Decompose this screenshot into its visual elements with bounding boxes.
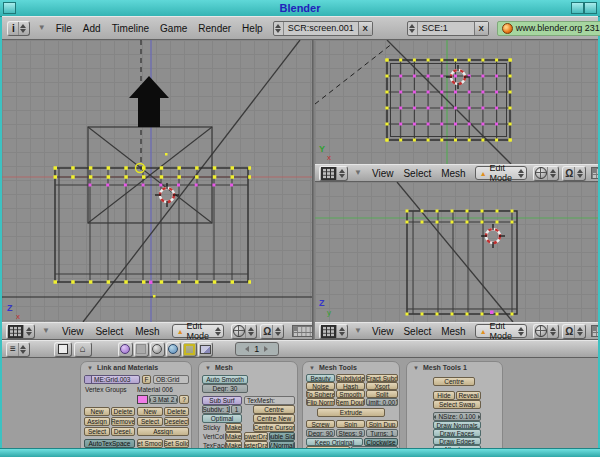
home-button[interactable]: ⌂ xyxy=(74,342,92,357)
layer-buttons[interactable] xyxy=(591,167,598,179)
screen-selector-value[interactable]: SCR:screen.001 xyxy=(284,22,358,35)
layer-grid-1[interactable] xyxy=(292,325,312,337)
blender-org-link[interactable]: www.blender.org 231 xyxy=(516,23,600,33)
material-index-spinner[interactable]: 3 Mat 2 xyxy=(149,395,178,404)
select-swap-button[interactable]: Select Swap xyxy=(433,400,481,409)
subdiv-spinner[interactable]: Subdiv: 1 xyxy=(202,405,230,414)
close-window-icon[interactable] xyxy=(584,2,597,14)
collapse-triangle-icon[interactable]: ▼ xyxy=(413,365,419,371)
screen-selector[interactable]: SCR:screen.001 X xyxy=(273,21,373,36)
mode-stepper[interactable] xyxy=(215,325,221,337)
pivot-stepper[interactable] xyxy=(574,167,584,180)
vgroup-new-button[interactable]: New xyxy=(84,407,110,416)
mesh-datablock-field[interactable]: ME:Grid.003 xyxy=(84,375,140,384)
title-bar[interactable]: Blender xyxy=(0,0,600,17)
scene-selector-stepper[interactable] xyxy=(408,22,418,35)
set-smooth-button[interactable]: Set Smooth xyxy=(137,439,163,448)
viewport-type-stepper[interactable] xyxy=(23,325,33,338)
collapse-triangle-icon[interactable]: ▼ xyxy=(87,365,93,371)
menu-select[interactable]: Select xyxy=(95,326,123,337)
vgroup-remove-button[interactable]: Remove xyxy=(111,417,135,426)
menu-timeline[interactable]: Timeline xyxy=(112,23,149,34)
draw-type-button[interactable] xyxy=(231,324,257,339)
viewport-front[interactable]: Z x xyxy=(2,40,312,322)
frame-forward-icon[interactable] xyxy=(264,346,271,352)
to-sphere-button[interactable]: To Sphere xyxy=(306,390,335,398)
layer-grid-1[interactable] xyxy=(591,325,598,337)
draw-edges-toggle[interactable]: Draw Edges xyxy=(433,437,481,445)
object-name-field[interactable]: OB:Grid xyxy=(153,375,189,384)
vgroup-delete-button[interactable]: Delete xyxy=(111,407,135,416)
draw-type-stepper[interactable] xyxy=(245,325,255,338)
screen-delete-button[interactable]: X xyxy=(358,22,372,35)
menu-mesh[interactable]: Mesh xyxy=(441,326,465,337)
menu-mesh[interactable]: Mesh xyxy=(441,168,465,179)
vgroup-assign-button[interactable]: Assign xyxy=(84,417,110,426)
viewport-type-stepper[interactable] xyxy=(336,325,346,338)
vgroup-deselect-button[interactable]: Desel. xyxy=(111,427,135,436)
menu-select[interactable]: Select xyxy=(403,326,431,337)
material-buttons-button[interactable] xyxy=(150,342,165,357)
hide-button[interactable]: Hide xyxy=(433,391,455,400)
texmesh-field[interactable]: TexMesh: xyxy=(244,396,295,405)
pivot-button[interactable]: Ω xyxy=(260,324,284,339)
centre-button[interactable]: Centre xyxy=(253,405,295,414)
menu-mesh[interactable]: Mesh xyxy=(135,326,159,337)
keep-original-toggle[interactable]: Keep Original xyxy=(306,438,363,446)
clockwise-toggle[interactable]: Clockwise xyxy=(364,438,398,446)
draw-type-stepper[interactable] xyxy=(547,325,557,338)
centre-button[interactable]: Centre xyxy=(433,377,475,386)
fake-user-button[interactable]: F xyxy=(142,375,151,384)
viewport-type-button[interactable] xyxy=(6,324,35,339)
viewport-top[interactable]: Y x xyxy=(315,40,598,164)
autotexspace-toggle[interactable]: AutoTexSpace xyxy=(84,439,135,448)
split-button[interactable]: Split xyxy=(366,390,398,398)
menu-view[interactable]: View xyxy=(372,168,394,179)
set-solid-button[interactable]: Set Solid xyxy=(164,439,189,448)
maximize-icon[interactable] xyxy=(571,2,584,14)
panel-header[interactable]: ▼ Link and Materials xyxy=(81,362,191,373)
centre-new-button[interactable]: Centre New xyxy=(253,414,295,423)
screen-selector-stepper[interactable] xyxy=(274,22,284,35)
nsize-spinner[interactable]: NSize: 0.100 xyxy=(433,412,481,421)
limit-spinner[interactable]: Limit: 0.001 xyxy=(366,398,398,406)
double-sided-toggle[interactable]: Double Sided xyxy=(269,432,295,441)
material-new-button[interactable]: New xyxy=(137,407,163,416)
subsurf-toggle[interactable]: Sub Surf xyxy=(202,396,242,405)
degr90-spinner[interactable]: Degr: 90 xyxy=(306,429,335,437)
active-layer[interactable] xyxy=(592,326,596,331)
mode-dropdown[interactable]: ▲ Edit Mode xyxy=(475,324,527,338)
collapse-triangle-icon[interactable]: ▼ xyxy=(205,365,211,371)
fract-subd-button[interactable]: Fract Subd xyxy=(366,374,398,382)
viewport-type-stepper[interactable] xyxy=(336,167,346,180)
hash-button[interactable]: Hash xyxy=(336,382,365,390)
collapse-triangle-icon[interactable]: ▼ xyxy=(354,327,362,335)
draw-type-stepper[interactable] xyxy=(547,167,557,180)
edit-buttons-button[interactable] xyxy=(182,342,197,357)
scene-selector-value[interactable]: SCE:1 xyxy=(418,22,474,35)
spin-button[interactable]: Spin xyxy=(336,420,365,428)
pivot-stepper[interactable] xyxy=(272,325,282,338)
menu-game[interactable]: Game xyxy=(160,23,187,34)
menu-view[interactable]: View xyxy=(62,326,84,337)
question-button[interactable]: ? xyxy=(179,395,189,404)
world-buttons-button[interactable] xyxy=(166,342,181,357)
menu-help[interactable]: Help xyxy=(242,23,263,34)
material-color-swatch[interactable] xyxy=(137,395,148,404)
beauty-toggle[interactable]: Beauty xyxy=(306,374,335,382)
window-type-stepper[interactable] xyxy=(18,22,28,35)
menu-select[interactable]: Select xyxy=(403,168,431,179)
pivot-button[interactable]: Ω xyxy=(562,166,586,181)
panel-header[interactable]: ▼ Mesh xyxy=(199,362,297,373)
viewport-type-button[interactable] xyxy=(319,166,348,181)
material-assign-button[interactable]: Assign xyxy=(137,427,189,436)
turns-spinner[interactable]: Turns: 1 xyxy=(366,429,398,437)
viewport-type-button[interactable] xyxy=(319,324,348,339)
window-type-button[interactable]: i xyxy=(7,21,30,36)
screw-button[interactable]: Screw xyxy=(306,420,335,428)
rem-doubles-button[interactable]: Rem Doub xyxy=(336,398,365,406)
reveal-button[interactable]: Reveal xyxy=(456,391,481,400)
menu-view[interactable]: View xyxy=(372,326,394,337)
subdiv-render-spinner[interactable]: 1 xyxy=(231,405,242,414)
pivot-button[interactable]: Ω xyxy=(562,324,586,339)
